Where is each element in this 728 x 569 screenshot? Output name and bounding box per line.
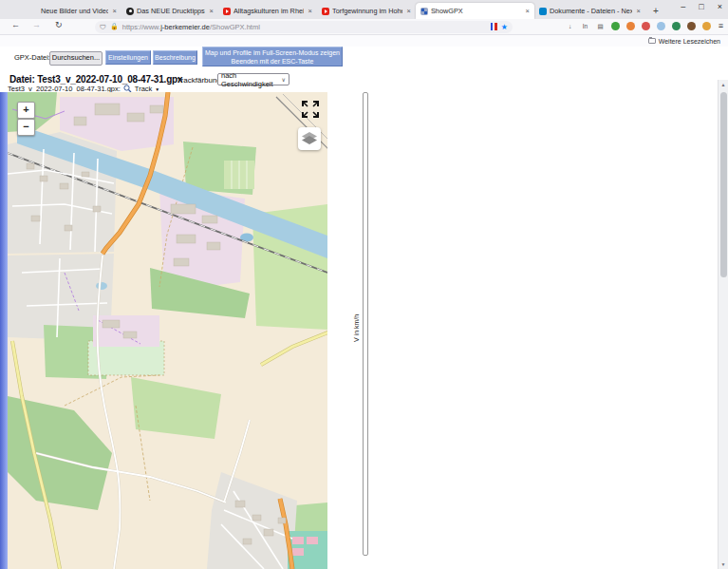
tab-title: Neue Bilder und Videos - dasqu [41, 7, 108, 15]
fullscreen-button-line1: Map und Profile im Full-Screen-Modus zei… [203, 48, 342, 57]
window-controls: – □ × [681, 2, 722, 11]
tab-bar: Neue Bilder und Videos - dasqu×Das NEUE … [0, 0, 728, 19]
map-terrain [8, 92, 327, 569]
layers-button[interactable] [298, 127, 321, 150]
track-color-value: nach Geschwindigkeit [221, 71, 282, 88]
tab-showgpx[interactable]: ShowGPX× [416, 3, 534, 19]
navigation-toolbar: ← → ↻ 🛡 🔒 https://www.j-berkemeier.de/Sh… [0, 19, 728, 35]
tab-title: Torfgewinnung im Hohen Venn [332, 7, 402, 15]
new-tab-button[interactable]: + [653, 6, 659, 16]
track-color-select[interactable]: nach Geschwindigkeit ∨ [217, 73, 289, 85]
youtube-icon [322, 8, 329, 15]
brown-ext-icon[interactable] [687, 22, 696, 30]
tab-title: Alltagskulturen im Rheinland - [233, 7, 304, 15]
green-ext-icon[interactable] [672, 22, 681, 30]
back-button[interactable]: ← [11, 20, 20, 29]
red-ext-icon[interactable] [642, 22, 650, 30]
flash-ext-icon[interactable] [702, 22, 711, 30]
tab-close-icon[interactable]: × [637, 7, 641, 15]
orange-ext-icon[interactable] [626, 22, 635, 30]
speed-chart [361, 418, 728, 569]
map[interactable]: + − [8, 92, 327, 569]
tab-neue-bilder-und-videos-dasqu[interactable]: Neue Bilder und Videos - dasqu× [36, 3, 121, 19]
scroll-down-icon[interactable]: ▼ [719, 561, 728, 567]
showgpx-icon [420, 8, 428, 15]
tab-close-icon[interactable]: × [308, 7, 312, 15]
tab-close-icon[interactable]: × [113, 7, 117, 15]
zoom-in-button[interactable]: + [17, 102, 35, 119]
page-scrollbar[interactable]: ▲ ▼ [718, 80, 728, 569]
tab-dokumente-dateien-nextclo[interactable]: Dokumente - Dateien - Nextclo× [534, 3, 645, 19]
shield-icon[interactable]: 🛡 [100, 24, 106, 30]
file-heading: Datei: Test3_v_2022-07-10_08-47-31.gpx [9, 74, 182, 85]
tab-close-icon[interactable]: × [526, 7, 530, 15]
downloads-icon[interactable]: ↓ [566, 22, 574, 30]
fullscreen-button[interactable]: Map und Profile im Full-Screen-Modus zei… [202, 47, 343, 66]
folder-icon [648, 38, 656, 44]
bookmark-star-icon[interactable]: ★ [501, 23, 508, 31]
file-name: Test3_v_2022-07-10_08-47-31.gpx [37, 74, 182, 85]
chevron-down-icon: ∨ [282, 76, 286, 83]
extension-icons: ↓In▤ [566, 22, 711, 30]
browse-button[interactable]: Durchsuchen... [49, 51, 103, 66]
tab-title: Dokumente - Dateien - Nextclo [550, 7, 632, 15]
slope-chart [361, 256, 728, 418]
sidebar-icon[interactable]: ▤ [596, 22, 605, 30]
url-text: https://www.j-berkemeier.de/ShowGPX.html [122, 23, 260, 31]
tab-alltagskulturen-im-rheinland[interactable]: Alltagskulturen im Rheinland -× [218, 3, 317, 19]
other-bookmarks[interactable]: Weitere Lesezeichen [648, 38, 720, 45]
scrollbar-thumb[interactable] [720, 92, 727, 277]
reload-button[interactable]: ↻ [55, 20, 63, 29]
description-button[interactable]: Beschreibung [153, 50, 197, 65]
zoom-out-button[interactable]: − [17, 119, 35, 136]
track-caret-icon[interactable]: ▼ [155, 86, 159, 92]
gpx-file-label: GPX-Datei: [14, 53, 50, 62]
tab-torfgewinnung-im-hohen-venn[interactable]: Torfgewinnung im Hohen Venn× [317, 3, 416, 19]
plant-ext-icon[interactable] [611, 22, 620, 30]
translate-flag-icon[interactable] [491, 23, 497, 30]
fullscreen-button-line2: Beenden mit der ESC-Taste [203, 57, 342, 66]
forum-icon [126, 8, 134, 15]
forward-button[interactable]: → [32, 20, 41, 29]
hamburger-menu-icon[interactable]: ≡ [719, 21, 723, 30]
nextcloud-icon [539, 8, 547, 15]
tab-close-icon[interactable]: × [407, 7, 411, 15]
minimize-button[interactable]: – [681, 2, 685, 11]
page-left-border [0, 92, 8, 569]
scroll-up-icon[interactable]: ▲ [719, 82, 728, 87]
settings-button[interactable]: Einstellungen [105, 50, 151, 65]
lightblue-ext-icon[interactable] [657, 22, 665, 30]
bookmarks-bar: Weitere Lesezeichen [0, 35, 728, 47]
languagetool-icon[interactable]: In [581, 22, 589, 30]
close-button[interactable]: × [718, 2, 722, 11]
colorbar-axis-label: V in km/h [353, 314, 360, 342]
elevation-chart [361, 92, 728, 256]
youtube-icon [223, 8, 231, 15]
track-color-label: Trackfärbung: [177, 76, 223, 85]
tab-strip: Neue Bilder und Videos - dasqu×Das NEUE … [36, 0, 645, 19]
lock-icon[interactable]: 🔒 [110, 23, 119, 30]
tab-title: ShowGPX [431, 7, 521, 15]
fullscreen-expand-icon[interactable] [301, 100, 320, 119]
tab-title: Das NEUE Drucktipps3D Forum [137, 7, 205, 15]
tab-close-icon[interactable]: × [210, 7, 214, 15]
url-bar[interactable]: 🛡 🔒 https://www.j-berkemeier.de/ShowGPX.… [95, 21, 513, 33]
maximize-button[interactable]: □ [699, 2, 703, 11]
tab-das-neue-drucktipps3d-forum[interactable]: Das NEUE Drucktipps3D Forum× [121, 3, 218, 19]
colorbar-ticks [327, 93, 356, 569]
